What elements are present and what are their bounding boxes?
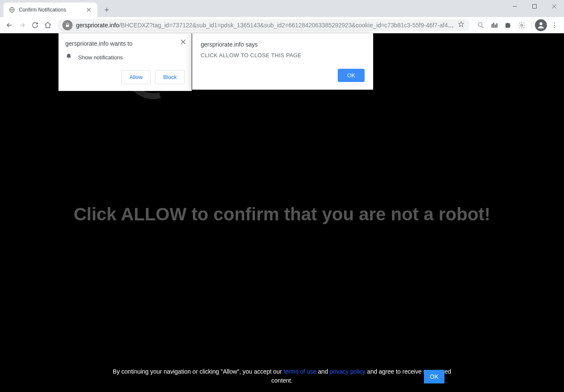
- forward-button[interactable]: [16, 19, 28, 31]
- footer-mid: and: [316, 368, 330, 375]
- home-button[interactable]: [42, 19, 54, 31]
- privacy-policy-link[interactable]: privacy policy: [330, 368, 365, 375]
- svg-rect-16: [495, 24, 496, 28]
- alert-ok-button[interactable]: OK: [338, 69, 365, 82]
- gear-icon[interactable]: [516, 19, 528, 31]
- tab-bar: Confirm Notifications: [0, 0, 564, 17]
- zoom-icon[interactable]: [475, 19, 487, 31]
- footer-pre: By continuing your navigation or clickin…: [113, 368, 283, 375]
- svg-point-21: [554, 24, 555, 25]
- footer-ok-button[interactable]: OK: [424, 370, 444, 383]
- notification-permission-popup: gerspriorate.info wants to Show notifica…: [58, 33, 192, 91]
- svg-rect-14: [491, 24, 493, 28]
- svg-point-19: [540, 22, 543, 25]
- svg-rect-15: [493, 23, 494, 28]
- svg-rect-1: [533, 5, 537, 9]
- svg-point-18: [521, 24, 523, 26]
- permission-title: gerspriorate.info wants to: [65, 40, 185, 47]
- window-maximize-button[interactable]: [525, 0, 544, 13]
- footer-bar: By continuing your navigation or clickin…: [0, 367, 564, 385]
- globe-icon: [9, 6, 15, 13]
- url-text: gerspriorate.info/BHCEDXZ?tag_id=737122&…: [76, 22, 454, 29]
- tab-title: Confirm Notifications: [19, 7, 82, 13]
- permission-buttons: Allow Block: [65, 70, 185, 84]
- lock-icon[interactable]: [62, 20, 73, 30]
- svg-line-13: [482, 26, 483, 28]
- main-heading: Click ALLOW to confirm that you are not …: [0, 204, 564, 225]
- bookmark-star-icon[interactable]: [458, 21, 465, 29]
- url-host: gerspriorate.info: [76, 22, 119, 29]
- terms-of-use-link[interactable]: terms of use: [283, 368, 316, 375]
- toolbar: gerspriorate.info/BHCEDXZ?tag_id=737122&…: [0, 17, 564, 33]
- popup-close-icon[interactable]: [179, 38, 187, 46]
- address-bar[interactable]: gerspriorate.info/BHCEDXZ?tag_id=737122&…: [57, 19, 470, 31]
- window-controls: [505, 0, 564, 13]
- svg-point-22: [554, 27, 555, 28]
- profile-avatar[interactable]: [535, 19, 547, 31]
- alert-buttons: OK: [201, 69, 365, 82]
- toolbar-separator: [531, 21, 532, 29]
- allow-button[interactable]: Allow: [121, 70, 151, 84]
- window-minimize-button[interactable]: [505, 0, 525, 13]
- puzzle-icon[interactable]: [502, 19, 514, 31]
- browser-tab[interactable]: Confirm Notifications: [3, 3, 97, 17]
- alert-message: CLICK ALLOW TO CLOSE THIS PAGE: [201, 52, 365, 59]
- library-icon[interactable]: [488, 19, 500, 31]
- reload-button[interactable]: [29, 19, 41, 31]
- permission-row: Show notifications: [65, 53, 185, 61]
- permission-label: Show notifications: [78, 54, 123, 61]
- svg-point-20: [554, 22, 555, 23]
- js-alert-popup: gerspriorate.info says CLICK ALLOW TO CL…: [192, 33, 373, 90]
- menu-button[interactable]: [549, 19, 561, 31]
- back-button[interactable]: [3, 19, 15, 31]
- alert-title: gerspriorate.info says: [201, 41, 365, 48]
- toolbar-extensions: [473, 19, 561, 31]
- svg-point-12: [478, 23, 482, 26]
- block-button[interactable]: Block: [155, 70, 185, 84]
- bell-icon: [65, 53, 72, 61]
- window-close-button[interactable]: [544, 0, 564, 13]
- svg-rect-11: [66, 25, 69, 27]
- url-path: /BHCEDXZ?tag_id=737122&sub_id1=pdsk_1365…: [119, 22, 454, 29]
- tab-close-icon[interactable]: [85, 6, 92, 13]
- svg-rect-17: [497, 23, 498, 28]
- new-tab-button[interactable]: [101, 4, 113, 16]
- footer-text: By continuing your navigation or clickin…: [111, 367, 453, 385]
